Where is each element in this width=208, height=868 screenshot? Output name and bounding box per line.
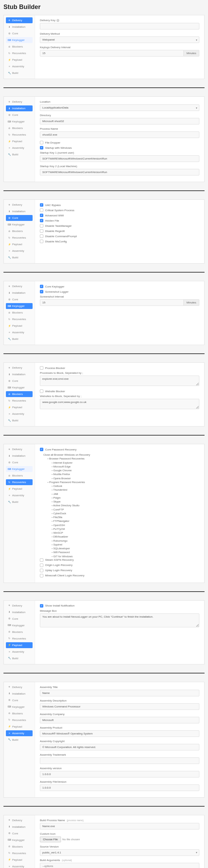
website-blocker-check[interactable] bbox=[40, 389, 43, 393]
nav-keylogger[interactable]: ⌨Keylogger bbox=[6, 466, 33, 472]
nav-keylogger[interactable]: ⌨Keylogger bbox=[6, 119, 33, 124]
nav-keylogger[interactable]: ⌨Keylogger bbox=[6, 222, 33, 227]
nav-delivery[interactable]: ✈Delivery bbox=[6, 283, 33, 289]
critical-check[interactable] bbox=[40, 208, 43, 212]
directory-input[interactable] bbox=[40, 118, 199, 124]
asm-copyright-input[interactable] bbox=[40, 744, 199, 750]
nav-installation[interactable]: ⬇Installation bbox=[6, 609, 33, 615]
nav-assembly[interactable]: ≡Assembly bbox=[6, 63, 33, 69]
nav-delivery[interactable]: ✈Delivery bbox=[6, 99, 33, 105]
source-select[interactable]: public_ver1.4.1 bbox=[40, 849, 199, 856]
nav-payload[interactable]: ⚡Payload bbox=[6, 486, 33, 492]
nav-recoveries[interactable]: ↻Recoveries bbox=[6, 479, 33, 485]
nav-build[interactable]: 🔧Build bbox=[6, 255, 33, 260]
show-notif-check[interactable] bbox=[40, 604, 43, 608]
startup-check[interactable] bbox=[40, 146, 43, 149]
nav-installation[interactable]: ⬇Installation bbox=[6, 105, 33, 111]
nav-payload[interactable]: ⚡Payload bbox=[6, 138, 33, 144]
nav-assembly[interactable]: ≡Assembly bbox=[6, 145, 33, 151]
nav-core[interactable]: ⚙Core bbox=[6, 378, 33, 384]
nav-keylogger[interactable]: ⌨Keylogger bbox=[6, 622, 33, 628]
nav-installation[interactable]: ⬇Installation bbox=[6, 371, 33, 377]
nav-blockers[interactable]: ⊘Blockers bbox=[6, 125, 33, 131]
delivery-interval-input[interactable] bbox=[40, 50, 184, 57]
asm-title-input[interactable] bbox=[40, 690, 199, 696]
nav-build[interactable]: 🔧Build bbox=[6, 655, 33, 661]
msgbox-textarea[interactable]: You are about to install NexusLogger on … bbox=[40, 613, 199, 627]
nav-payload[interactable]: ⚡Payload bbox=[6, 857, 33, 863]
nav-core[interactable]: ⚙Core bbox=[6, 697, 33, 703]
nav-blockers[interactable]: ⊘Blockers bbox=[6, 473, 33, 479]
core-keylogger-check[interactable] bbox=[40, 285, 43, 288]
delivery-method-select[interactable]: Webpanel bbox=[40, 36, 199, 43]
nav-installation[interactable]: ⬇Installation bbox=[6, 24, 33, 30]
nav-payload[interactable]: ⚡Payload bbox=[6, 724, 33, 730]
nav-assembly[interactable]: ≡Assembly bbox=[6, 649, 33, 655]
nav-installation[interactable]: ⬇Installation bbox=[6, 691, 33, 697]
nav-blockers[interactable]: ⊘Blockers bbox=[6, 629, 33, 635]
nav-core[interactable]: ⚙Core bbox=[6, 31, 33, 36]
nav-recoveries[interactable]: ↻Recoveries bbox=[6, 636, 33, 642]
core-recovery-check[interactable] bbox=[40, 448, 43, 451]
screenshot-check[interactable] bbox=[40, 290, 43, 293]
taskmgr-check[interactable] bbox=[40, 224, 43, 227]
processes-textarea[interactable]: explorer.exe;cmd.exe bbox=[40, 376, 199, 386]
websites-textarea[interactable]: www.google.com;www.google.co.uk bbox=[40, 399, 199, 409]
help-icon[interactable]: ? bbox=[57, 19, 59, 22]
nav-delivery[interactable]: ✈Delivery bbox=[6, 817, 33, 823]
asm-fileversion-input[interactable] bbox=[40, 784, 199, 791]
nav-payload[interactable]: ⚡Payload bbox=[6, 241, 33, 247]
nav-core[interactable]: ⚙Core bbox=[6, 459, 33, 465]
asm-trademark-input[interactable] bbox=[40, 757, 199, 764]
nav-core[interactable]: ⚙Core bbox=[6, 831, 33, 836]
nav-delivery[interactable]: ✈Delivery bbox=[6, 603, 33, 609]
asm-company-input[interactable] bbox=[40, 717, 199, 723]
nav-blockers[interactable]: ⊘Blockers bbox=[6, 711, 33, 716]
nav-delivery[interactable]: ✈Delivery bbox=[6, 17, 33, 23]
nav-delivery[interactable]: ✈Delivery bbox=[6, 202, 33, 208]
asm-product-input[interactable] bbox=[40, 730, 199, 737]
process-blocker-check[interactable] bbox=[40, 366, 43, 370]
nav-keylogger[interactable]: ⌨Keylogger bbox=[6, 837, 33, 843]
regedit-check[interactable] bbox=[40, 229, 43, 233]
nav-blockers[interactable]: ⊘Blockers bbox=[6, 228, 33, 234]
nav-installation[interactable]: ⬇Installation bbox=[6, 208, 33, 214]
nav-recoveries[interactable]: ↻Recoveries bbox=[6, 316, 33, 322]
nav-payload[interactable]: ⚡Payload bbox=[6, 642, 33, 648]
nav-delivery[interactable]: ✈Delivery bbox=[6, 684, 33, 690]
steam-check[interactable] bbox=[40, 558, 43, 562]
process-input[interactable] bbox=[40, 131, 199, 138]
nav-delivery[interactable]: ✈Delivery bbox=[6, 446, 33, 452]
location-select[interactable]: LocalApplicationData bbox=[40, 104, 199, 111]
nav-blockers[interactable]: ⊘Blockers bbox=[6, 844, 33, 850]
choose-file-button[interactable]: Choose File bbox=[40, 836, 61, 842]
screenshot-interval-input[interactable] bbox=[40, 299, 184, 306]
nav-payload[interactable]: ⚡Payload bbox=[6, 323, 33, 329]
cmd-check[interactable] bbox=[40, 234, 43, 238]
nav-recoveries[interactable]: ↻Recoveries bbox=[6, 398, 33, 404]
build-process-input[interactable] bbox=[40, 823, 199, 830]
nav-recoveries[interactable]: ↻Recoveries bbox=[6, 235, 33, 241]
nav-recoveries[interactable]: ↻Recoveries bbox=[6, 717, 33, 723]
nav-build[interactable]: 🔧Build bbox=[6, 70, 33, 76]
minecraft-check[interactable] bbox=[40, 574, 43, 577]
startup-key1-input[interactable] bbox=[40, 155, 199, 162]
hidden-check[interactable] bbox=[40, 219, 43, 222]
nav-build[interactable]: 🔧Build bbox=[6, 418, 33, 423]
nav-recoveries[interactable]: ↻Recoveries bbox=[6, 850, 33, 856]
nav-assembly[interactable]: ≡Assembly bbox=[6, 492, 33, 498]
uac-check[interactable] bbox=[40, 203, 43, 207]
asm-desc-input[interactable] bbox=[40, 703, 199, 710]
nav-installation[interactable]: ⬇Installation bbox=[6, 290, 33, 296]
nav-build[interactable]: 🔧Build bbox=[6, 152, 33, 157]
delivery-key-input[interactable] bbox=[40, 23, 199, 29]
nav-assembly[interactable]: ≡Assembly bbox=[6, 248, 33, 254]
nav-keylogger[interactable]: ⌨Keylogger bbox=[6, 37, 33, 43]
file-dropper-check[interactable] bbox=[40, 141, 43, 144]
nav-delivery[interactable]: ✈Delivery bbox=[6, 365, 33, 371]
uplay-check[interactable] bbox=[40, 569, 43, 572]
nav-assembly[interactable]: ≡Assembly bbox=[6, 863, 33, 868]
nav-build[interactable]: 🔧Build bbox=[6, 336, 33, 342]
msconfig-check[interactable] bbox=[40, 240, 43, 243]
nav-assembly[interactable]: ≡Assembly bbox=[6, 411, 33, 417]
